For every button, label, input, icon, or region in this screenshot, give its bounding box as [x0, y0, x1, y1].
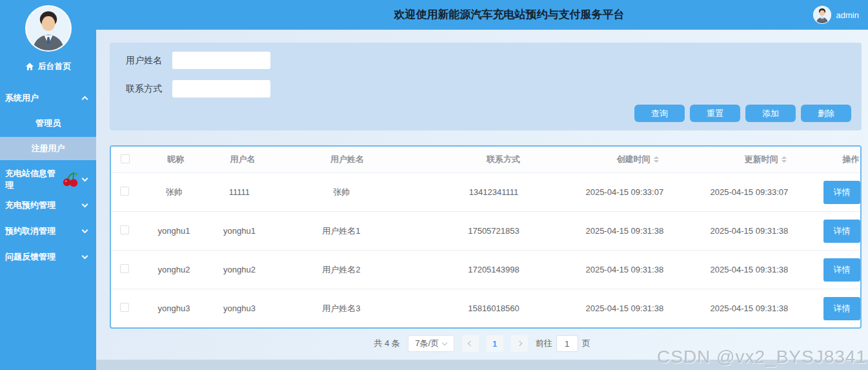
detail-button[interactable]: 详情 [823, 297, 860, 320]
detail-button[interactable]: 详情 [823, 258, 860, 282]
row-checkbox[interactable] [120, 303, 129, 312]
header-created-label: 创建时间 [617, 154, 651, 164]
cell-updated: 2025-04-15 09:31:38 [675, 265, 823, 274]
page-size-select[interactable]: 7条/页 [408, 335, 454, 352]
table-row: 张帅 11111 张帅 13412341111 2025-04-15 09:33… [111, 172, 860, 211]
contact-input[interactable] [172, 80, 270, 98]
page-suffix-label: 页 [582, 338, 590, 349]
sidebar-home-label: 后台首页 [38, 61, 72, 72]
station-info-label: 充电站信息管理 [5, 168, 62, 191]
sidebar-item-registered-users[interactable]: 注册用户 [0, 137, 96, 160]
sidebar-item-admin[interactable]: 管理员 [0, 111, 96, 136]
chevron-down-icon [82, 176, 88, 182]
chevron-right-icon [516, 341, 521, 346]
table-row: yonghu3 yonghu3 用户姓名3 15816018560 2025-0… [111, 289, 860, 327]
cell-username: yonghu1 [209, 226, 270, 236]
top-header: 欢迎使用新能源汽车充电站预约与支付服务平台 admin [96, 0, 868, 30]
detail-button[interactable]: 详情 [823, 181, 860, 204]
registered-users-label: 注册用户 [32, 143, 65, 154]
feedback-label: 问题反馈管理 [5, 251, 83, 263]
cell-nickname: 张帅 [139, 187, 209, 198]
reset-button[interactable]: 重置 [690, 105, 740, 122]
sidebar-item-reservation-cancel[interactable]: 预约取消管理 [0, 218, 96, 244]
admin-avatar[interactable] [813, 6, 831, 24]
total-count: 共 4 条 [374, 338, 399, 349]
page-size-value: 7条/页 [415, 338, 439, 349]
users-table: 昵称 用户名 用户姓名 联系方式 创建时间 更新时间 操作 张帅 11111 张… [110, 145, 862, 329]
cell-nickname: yonghu3 [139, 303, 209, 313]
sort-carets-icon[interactable] [654, 154, 659, 165]
select-all-checkbox[interactable] [121, 154, 130, 163]
charging-reservation-label: 充电预约管理 [5, 200, 83, 211]
header-contact: 联系方式 [421, 154, 586, 165]
cell-username: yonghu2 [209, 265, 270, 274]
detail-button[interactable]: 详情 [823, 220, 860, 243]
cell-updated: 2025-04-15 09:31:38 [675, 226, 823, 236]
admin-item-label: 管理员 [35, 118, 61, 129]
contact-field-label: 联系方式 [126, 83, 172, 95]
cell-updated: 2025-04-15 09:31:38 [675, 303, 823, 313]
header-name: 用户姓名 [274, 154, 421, 165]
add-button[interactable]: 添加 [745, 105, 796, 122]
chevron-down-icon [82, 227, 88, 234]
cell-name: 用户姓名1 [270, 225, 413, 237]
profile-avatar [25, 5, 72, 52]
sidebar: 后台首页 系统用户 管理员 注册用户 充电站信息管理 充电预约 [0, 0, 96, 370]
person-avatar-icon [26, 6, 70, 50]
page-number[interactable]: 1 [487, 335, 503, 352]
header-nickname: 昵称 [139, 154, 212, 165]
person-avatar-icon [814, 6, 831, 23]
header-created-sortable[interactable]: 创建时间 [586, 154, 689, 166]
chevron-down-icon [82, 253, 88, 260]
main-content: 用户姓名 联系方式 查询 重置 添加 删除 昵称 用户名 用户姓名 联系方式 创… [96, 30, 868, 370]
cell-name: 用户姓名3 [270, 303, 413, 314]
goto-page-input[interactable] [556, 335, 578, 352]
row-checkbox[interactable] [120, 187, 129, 196]
cherry-icon [62, 172, 79, 187]
cell-created: 2025-04-15 09:31:38 [574, 303, 675, 313]
cell-contact: 17505721853 [413, 226, 574, 236]
cell-username: 11111 [209, 187, 270, 197]
delete-button[interactable]: 删除 [801, 105, 851, 122]
chevron-down-icon [82, 201, 88, 208]
header-user-area[interactable]: admin [813, 0, 859, 30]
page-title: 欢迎使用新能源汽车充电站预约与支付服务平台 [219, 0, 800, 30]
home-icon [25, 62, 34, 71]
sidebar-item-system-users[interactable]: 系统用户 [0, 85, 96, 111]
sidebar-item-station-info[interactable]: 充电站信息管理 [0, 167, 96, 192]
sidebar-item-home[interactable]: 后台首页 [0, 56, 96, 77]
search-panel: 用户姓名 联系方式 查询 重置 添加 删除 [110, 43, 862, 130]
cell-nickname: yonghu1 [139, 226, 209, 236]
system-users-label: 系统用户 [5, 92, 83, 104]
goto-label: 前往 [536, 338, 552, 349]
cell-created: 2025-04-15 09:31:38 [574, 265, 675, 274]
watermark: CSDN @vx2_BYSJ8341 [657, 347, 867, 367]
sidebar-menu: 系统用户 管理员 注册用户 充电站信息管理 充电预约管理 [0, 85, 96, 270]
cell-updated: 2025-04-15 09:33:07 [675, 187, 823, 197]
cell-created: 2025-04-15 09:31:38 [574, 226, 675, 236]
cell-created: 2025-04-15 09:33:07 [574, 187, 675, 197]
query-button[interactable]: 查询 [634, 105, 685, 122]
action-buttons: 查询 重置 添加 删除 [634, 105, 851, 122]
cell-contact: 17205143998 [413, 265, 574, 274]
chevron-up-icon [82, 96, 88, 103]
admin-username: admin [836, 10, 859, 20]
sidebar-item-feedback[interactable]: 问题反馈管理 [0, 244, 96, 270]
reservation-cancel-label: 预约取消管理 [5, 225, 83, 237]
table-row: yonghu2 yonghu2 用户姓名2 17205143998 2025-0… [111, 250, 860, 289]
prev-page-button[interactable] [462, 335, 479, 352]
name-input[interactable] [172, 52, 270, 69]
cell-contact: 13412341111 [413, 187, 574, 197]
header-updated-label: 更新时间 [745, 154, 778, 164]
header-action: 操作 [842, 154, 860, 165]
row-checkbox[interactable] [120, 264, 129, 273]
next-page-button[interactable] [511, 335, 528, 352]
header-updated-sortable[interactable]: 更新时间 [689, 154, 842, 166]
sort-carets-icon[interactable] [782, 154, 787, 165]
chevron-down-icon [442, 340, 447, 345]
header-username: 用户名 [212, 154, 274, 165]
chevron-left-icon [467, 341, 472, 346]
row-checkbox[interactable] [120, 225, 129, 234]
cell-nickname: yonghu2 [139, 265, 209, 274]
sidebar-item-charging-reservation[interactable]: 充电预约管理 [0, 192, 96, 218]
